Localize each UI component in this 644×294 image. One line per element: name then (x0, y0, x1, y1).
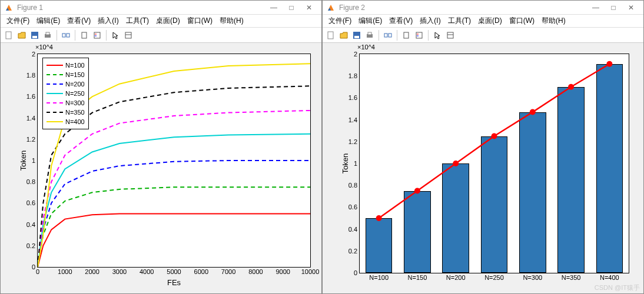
insert-legend-icon[interactable] (91, 29, 103, 41)
pointer-icon[interactable] (109, 29, 121, 41)
menu-view[interactable]: 查看(V) (64, 15, 94, 27)
menu-file[interactable]: 文件(F) (3, 15, 33, 27)
window-title: Figure 2 (339, 4, 587, 12)
y-tick: 0.6 (348, 203, 360, 211)
menu-help[interactable]: 帮助(H) (538, 15, 569, 27)
menu-help[interactable]: 帮助(H) (216, 15, 247, 27)
x-tick: 5000 (167, 267, 181, 275)
axes-1: ×10^4 Token FEs N=100N=150N=200N=250N=30… (37, 54, 311, 268)
y-tick: 0.8 (348, 182, 360, 189)
svg-rect-7 (46, 32, 49, 35)
series-N=250 (38, 134, 310, 267)
close-button[interactable]: ✕ (300, 2, 318, 14)
svg-rect-10 (82, 32, 87, 38)
minimize-button[interactable]: — (587, 2, 605, 14)
x-label: FEs (167, 278, 181, 287)
figure-window-2: Figure 2 — □ ✕ 文件(F) 编辑(E) 查看(V) 插入(I) 工… (322, 0, 644, 294)
titlebar: Figure 1 — □ ✕ (1, 1, 321, 15)
legend-swatch-icon (47, 74, 63, 75)
maximize-button[interactable]: □ (605, 2, 622, 14)
menu-window[interactable]: 窗口(W) (506, 15, 538, 27)
menu-tools[interactable]: 工具(T) (444, 15, 474, 27)
svg-rect-19 (328, 32, 333, 39)
link-icon[interactable] (382, 29, 394, 41)
toolbar (1, 28, 321, 43)
y-tick: 1.8 (26, 72, 38, 79)
x-tick: N=300 (523, 273, 542, 281)
y-tick: 1.6 (348, 94, 360, 101)
matlab-icon (326, 3, 336, 12)
legend-swatch-icon (47, 65, 63, 66)
new-icon[interactable] (3, 29, 15, 41)
marker-icon (453, 161, 459, 166)
svg-marker-3 (18, 32, 25, 38)
x-tick: N=350 (562, 273, 581, 281)
svg-rect-26 (389, 34, 391, 37)
open-icon[interactable] (338, 29, 350, 41)
marker-icon (376, 215, 382, 221)
overlay-line (379, 64, 610, 218)
menu-edit[interactable]: 编辑(E) (355, 15, 386, 27)
legend-label: N=100 (65, 62, 85, 69)
svg-marker-14 (113, 32, 118, 39)
insert-colorbar-icon[interactable] (78, 29, 90, 41)
y-tick: 2 (32, 51, 38, 58)
svg-rect-27 (404, 32, 409, 38)
x-tick: 10000 (301, 267, 320, 275)
legend[interactable]: N=100N=150N=200N=250N=300N=350N=400 (42, 58, 89, 129)
insert-legend-icon[interactable] (413, 29, 425, 41)
open-icon[interactable] (16, 29, 28, 41)
svg-rect-28 (416, 32, 422, 38)
y-tick: 0.2 (26, 242, 38, 249)
legend-row: N=200 (47, 79, 85, 89)
print-icon[interactable] (42, 29, 54, 41)
new-icon[interactable] (325, 29, 337, 41)
link-icon[interactable] (60, 29, 72, 41)
menu-edit[interactable]: 编辑(E) (33, 15, 64, 27)
menu-file[interactable]: 文件(F) (325, 15, 355, 27)
y-tick: 1.4 (26, 115, 38, 122)
figure-window-1: Figure 1 — □ ✕ 文件(F) 编辑(E) 查看(V) 插入(I) 工… (0, 0, 322, 294)
minimize-button[interactable]: — (265, 2, 283, 14)
menu-desktop[interactable]: 桌面(D) (152, 15, 184, 27)
toolbar (323, 28, 643, 43)
x-tick: 4000 (140, 267, 154, 275)
menu-tools[interactable]: 工具(T) (122, 15, 152, 27)
print-icon[interactable] (364, 29, 376, 41)
x-tick: N=150 (408, 273, 427, 281)
series-N=150 (38, 187, 310, 267)
y-tick: 2 (354, 51, 360, 58)
x-tick: 6000 (194, 267, 208, 275)
x-tick: 2000 (85, 267, 99, 275)
titlebar: Figure 2 — □ ✕ (323, 1, 643, 15)
x-tick: 1000 (58, 267, 72, 275)
toolbar-separator (106, 30, 107, 41)
edit-plot-icon[interactable] (444, 29, 456, 41)
save-icon[interactable] (29, 29, 41, 41)
legend-label: N=300 (65, 99, 85, 106)
marker-icon (568, 84, 574, 90)
x-tick: 0 (36, 267, 39, 275)
marker-icon (492, 133, 497, 139)
menu-window[interactable]: 窗口(W) (184, 15, 216, 27)
maximize-button[interactable]: □ (283, 2, 300, 14)
legend-swatch-icon (47, 83, 63, 85)
insert-colorbar-icon[interactable] (400, 29, 412, 41)
edit-plot-icon[interactable] (122, 29, 134, 41)
pointer-icon[interactable] (431, 29, 443, 41)
menu-view[interactable]: 查看(V) (386, 15, 416, 27)
legend-row: N=250 (47, 89, 85, 98)
menu-desktop[interactable]: 桌面(D) (474, 15, 506, 27)
close-button[interactable]: ✕ (622, 2, 640, 14)
save-icon[interactable] (351, 29, 363, 41)
window-title: Figure 1 (17, 4, 265, 12)
menu-insert[interactable]: 插入(I) (94, 15, 122, 27)
y-tick: 1 (354, 160, 360, 167)
svg-rect-9 (67, 34, 69, 37)
svg-rect-25 (384, 34, 387, 37)
legend-swatch-icon (47, 112, 63, 113)
y-tick: 1 (32, 157, 38, 164)
menu-insert[interactable]: 插入(I) (416, 15, 444, 27)
y-exponent: ×10^4 (35, 44, 53, 51)
axes-2: ×10^4 Token 00.20.40.60.811.21.41.61.82N… (359, 54, 629, 273)
